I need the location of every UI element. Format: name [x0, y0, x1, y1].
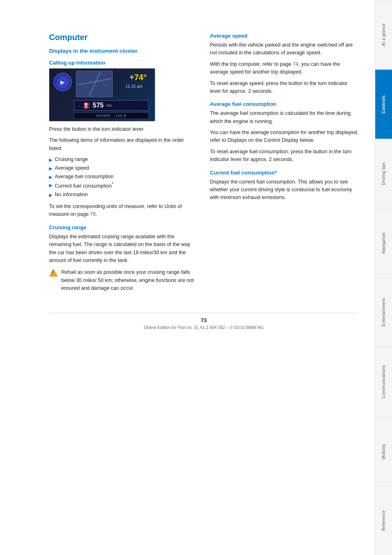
bullet-arrow-icon: ▶: [49, 165, 52, 172]
nav-icon: ▶: [53, 73, 72, 91]
cruising-range-para: Displays the estimated cruising range av…: [49, 233, 198, 265]
fuel-pump-icon: ⛽: [83, 102, 90, 109]
units-para-text: To set the corresponding units of measur…: [49, 204, 182, 217]
warning-triangle-icon: [49, 269, 58, 277]
current-fuel-heading-text: Current fuel consumption*: [210, 170, 277, 176]
instrument-cluster-image: ▶ +74° 11:15 am: [49, 68, 155, 121]
page-74-link[interactable]: 74: [293, 61, 298, 67]
sidebar-tab-label: Mobility: [381, 443, 386, 459]
sidebar-tab-label: At a glance: [381, 24, 386, 47]
list-item-label: Average speed: [55, 164, 89, 172]
sidebar-tab-label: Communications: [381, 365, 386, 398]
range-unit: mls: [106, 103, 112, 107]
avg-fuel-para3: To reset average fuel consumption: press…: [210, 148, 359, 164]
page-76-link[interactable]: 76: [90, 211, 96, 217]
sidebar-tab-communications[interactable]: Communications: [375, 347, 392, 416]
sidebar-tab-label: Driving tips: [381, 162, 386, 185]
units-para: To set the corresponding units of measur…: [49, 203, 198, 219]
list-item-label: No information: [55, 191, 88, 199]
list-item: ▶ Cruising range: [49, 156, 198, 163]
map-area: [76, 71, 113, 97]
warning-box: Refuel as soon as possible once your cru…: [49, 269, 198, 292]
avg-speed-para3: To reset average speed: press the button…: [210, 80, 359, 96]
page-footer: 73 Online Edition for Part no. 01 41 2 6…: [49, 313, 359, 330]
sidebar-tab-label: Controls: [381, 95, 386, 114]
edition-note: Online Edition for Part no. 01 41 2 604 …: [49, 325, 359, 330]
sidebar-tab-label: Entertainment: [381, 298, 386, 327]
sidebar-tab-reference[interactable]: Reference: [375, 486, 392, 555]
bullet-arrow-icon: ▶: [49, 192, 52, 199]
list-item: ▶ No information: [49, 191, 198, 199]
avg-speed-para2-text: With the trip computer, refer to page: [210, 61, 291, 67]
page-title: Computer: [49, 33, 198, 42]
avg-fuel-heading: Average fuel consumption: [210, 101, 359, 107]
sidebar-tab-driving-tips[interactable]: Driving tips: [375, 139, 392, 208]
sidebar-tab-at-a-glance[interactable]: At a glance: [375, 0, 392, 69]
press-button-para: Press the button in the turn indicator l…: [49, 125, 198, 133]
range-bar: → ⛽ 575 mls: [74, 100, 149, 111]
sidebar-tab-entertainment[interactable]: Entertainment: [375, 278, 392, 347]
temperature-value: +74°: [129, 73, 147, 82]
current-fuel-para: Displays the current fuel consumption. T…: [210, 178, 359, 202]
current-fuel-heading: Current fuel consumption*: [210, 170, 359, 176]
avg-speed-para1: Periods with the vehicle parked and the …: [210, 41, 359, 57]
time-display: 11:15 am: [125, 84, 143, 89]
range-value: 575: [93, 102, 104, 109]
warning-text: Refuel as soon as possible once your cru…: [61, 269, 198, 292]
avg-fuel-para1: The average fuel consumption is calculat…: [210, 110, 359, 125]
units-para-end: .: [96, 211, 97, 217]
list-item-label: Cruising range: [55, 156, 88, 163]
calling-up-heading: Calling up information: [49, 60, 198, 66]
sidebar-tab-label: Reference: [381, 510, 386, 531]
page-76-link-text: 76: [90, 211, 96, 217]
avg-fuel-para2: You can have the average consumption for…: [210, 129, 359, 145]
list-item-label: Average fuel consumption: [55, 173, 114, 181]
avg-speed-heading: Average speed: [210, 33, 359, 39]
range-arrow-icon: →: [77, 103, 81, 108]
page-74-link-text: 74: [293, 61, 298, 67]
cruising-range-heading: Cruising range: [49, 224, 198, 231]
following-items-para: The following items of information are d…: [49, 137, 198, 152]
odometer-bar: 032050 · 123.8: [74, 112, 149, 119]
bullet-arrow-icon: ▶: [49, 182, 52, 189]
sidebar-tab-navigation[interactable]: Navigation: [375, 208, 392, 278]
section-heading: Displays in the instrument cluster: [49, 48, 198, 54]
bullet-arrow-icon: ▶: [49, 174, 52, 181]
info-list: ▶ Cruising range ▶ Average speed ▶ Avera…: [49, 156, 198, 199]
speed-display: +74°: [129, 73, 147, 82]
list-item-label: Current fuel consumption*: [55, 181, 114, 190]
list-item: ▶ Average speed: [49, 164, 198, 172]
sidebar-tab-mobility[interactable]: Mobility: [375, 416, 392, 486]
bullet-arrow-icon: ▶: [49, 157, 52, 163]
avg-speed-para2: With the trip computer, refer to page 74…: [210, 60, 359, 76]
list-item: ▶ Current fuel consumption*: [49, 181, 198, 190]
sidebar-tab-controls[interactable]: Controls: [375, 69, 392, 139]
sidebar-tab-label: Navigation: [381, 233, 386, 254]
right-sidebar: At a glance Controls Driving tips Naviga…: [375, 0, 392, 555]
list-item: ▶ Average fuel consumption: [49, 173, 198, 181]
page-number: 73: [49, 317, 359, 323]
